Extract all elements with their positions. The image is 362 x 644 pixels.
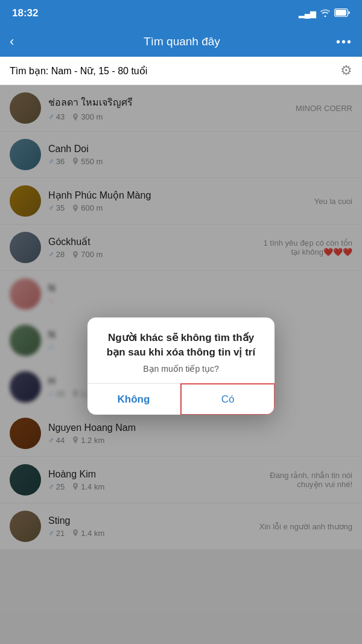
confirm-button[interactable]: Có [180, 383, 275, 415]
status-bar: 18:32 ▂▄▆ [0, 0, 362, 27]
modal-overlay: Người khác sẽ không tìm thấy bạn sau khi… [0, 85, 362, 644]
status-icons: ▂▄▆ [299, 8, 350, 19]
cancel-button[interactable]: Không [87, 384, 180, 415]
filter-text: Tìm bạn: Nam - Nữ, 15 - 80 tuổi [10, 65, 147, 77]
content-area: ช่อลดา ใหมเจริญศรี ♂ 43 300 m MINOR COER… [0, 85, 362, 644]
back-button[interactable]: ‹ [10, 34, 28, 49]
svg-rect-1 [335, 10, 346, 16]
header: ‹ Tìm quanh đây ••• [0, 27, 362, 57]
more-button[interactable]: ••• [336, 35, 352, 49]
filter-value: Nam - Nữ, 15 - 80 tuổi [51, 66, 148, 76]
modal-dialog: Người khác sẽ không tìm thấy bạn sau khi… [87, 317, 275, 415]
filter-bar: Tìm bạn: Nam - Nữ, 15 - 80 tuổi ⚙ [0, 57, 362, 85]
signal-icon: ▂▄▆ [299, 9, 316, 18]
page-title: Tìm quanh đây [28, 35, 336, 48]
settings-icon[interactable]: ⚙ [340, 63, 352, 78]
modal-body: Người khác sẽ không tìm thấy bạn sau khi… [87, 317, 275, 384]
modal-subtitle: Bạn muốn tiếp tục? [101, 364, 261, 374]
modal-title: Người khác sẽ không tìm thấy bạn sau khi… [101, 331, 261, 360]
modal-actions: Không Có [87, 383, 275, 415]
filter-label: Tìm bạn: [10, 66, 48, 76]
status-time: 18:32 [12, 7, 38, 19]
wifi-icon [320, 8, 331, 19]
battery-icon [334, 8, 350, 19]
